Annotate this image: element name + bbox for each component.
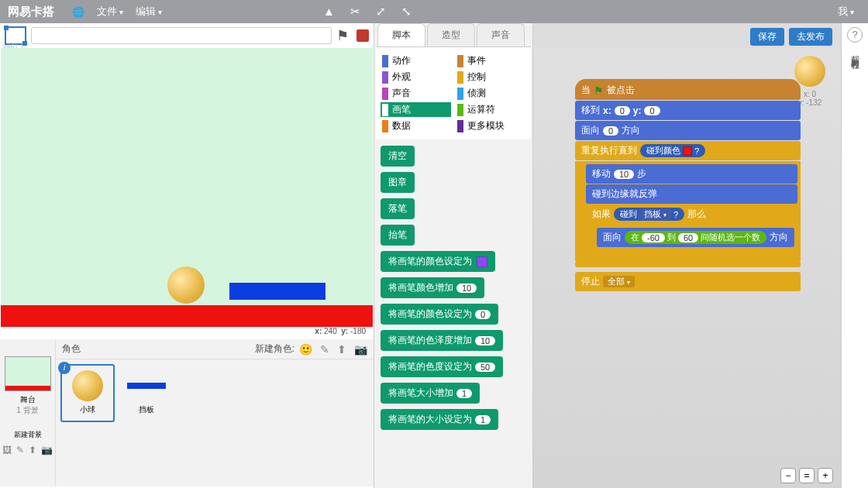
blocks-palette: 清空 图章 落笔 抬笔 将画笔的颜色设定为 将画笔颜色增加10 将画笔的颜色设定… — [376, 139, 531, 476]
top-menu-bar: 网易卡搭 🌐 文件 编辑 ▲ ✂ ⤢ ⤡ 我 — [0, 0, 868, 23]
cat-pen[interactable]: 画笔 — [381, 102, 451, 117]
cat-motion[interactable]: 动作 — [381, 53, 451, 68]
grow-tool-icon[interactable]: ⤢ — [376, 5, 386, 19]
zoom-in-icon[interactable]: + — [818, 468, 833, 483]
block-set-size[interactable]: 将画笔的大小设定为1 — [381, 409, 498, 430]
block-pen-down[interactable]: 落笔 — [381, 198, 415, 219]
flag-icon: ⚑ — [594, 84, 604, 97]
edit-menu[interactable]: 编辑 — [136, 5, 162, 19]
block-when-flag-clicked[interactable]: 当⚑被点击 — [575, 79, 801, 100]
stage-floor — [1, 305, 373, 327]
block-if-end[interactable] — [586, 251, 797, 257]
zoom-out-icon[interactable]: − — [780, 468, 796, 483]
block-change-size[interactable]: 将画笔大小增加1 — [381, 383, 480, 404]
file-menu[interactable]: 文件 — [97, 5, 123, 19]
stage-label: 舞台 — [0, 394, 55, 405]
sprite-upload-icon[interactable]: ⬆ — [337, 343, 346, 356]
cat-data[interactable]: 数据 — [381, 119, 451, 133]
block-point-direction[interactable]: 面向0方向 — [575, 121, 801, 140]
block-move-steps[interactable]: 移动10步 — [586, 164, 797, 184]
publish-button[interactable]: 去发布 — [789, 28, 832, 46]
help-icon[interactable]: ? — [847, 27, 863, 43]
help-panel: ? 帮助与教程 — [841, 23, 868, 488]
block-set-shade[interactable]: 将画笔的色度设定为50 — [381, 356, 503, 377]
green-flag-icon[interactable]: ⚑ — [336, 27, 349, 44]
zoom-reset-icon[interactable]: = — [799, 468, 815, 483]
cat-more[interactable]: 更多模块 — [456, 119, 526, 133]
stop-icon[interactable] — [356, 29, 369, 42]
block-change-shade[interactable]: 将画笔的色泽度增加10 — [381, 330, 503, 351]
sprites-label: 角色 — [62, 342, 255, 356]
block-categories: 动作 事件 外观 控制 声音 侦测 画笔 运算符 数据 更多模块 — [376, 46, 531, 139]
block-stop[interactable]: 停止全部 — [575, 272, 801, 291]
cat-sound[interactable]: 声音 — [381, 86, 451, 101]
block-repeat-end[interactable] — [575, 261, 801, 267]
save-button[interactable]: 保存 — [750, 28, 784, 46]
stage-canvas[interactable] — [1, 48, 373, 327]
block-point-random[interactable]: 面向 在-60到60间随机选一个数 方向 — [597, 228, 794, 247]
shrink-tool-icon[interactable]: ⤡ — [401, 5, 412, 19]
stage-ball-sprite[interactable] — [167, 266, 205, 304]
sprite-paint-icon[interactable]: ✎ — [320, 343, 329, 356]
paddle-icon — [127, 383, 166, 389]
block-set-pen-color[interactable]: 将画笔的颜色设定为 — [381, 251, 495, 272]
backdrop-paint-icon[interactable]: ✎ — [16, 445, 24, 455]
tab-sounds[interactable]: 声音 — [477, 23, 525, 46]
cat-operators[interactable]: 运算符 — [456, 102, 526, 117]
tab-scripts[interactable]: 脚本 — [377, 23, 425, 46]
help-label[interactable]: 帮助与教程 — [849, 49, 861, 57]
mouse-coords: x: 240 y: -180 — [0, 327, 374, 339]
script-workspace[interactable]: x: 0 y: -132 当⚑被点击 移到 x:0 y:0 面向0方向 重复执行… — [533, 48, 841, 488]
block-pen-up[interactable]: 抬笔 — [381, 225, 415, 246]
cat-sensing[interactable]: 侦测 — [456, 86, 526, 101]
account-menu[interactable]: 我 — [838, 5, 854, 19]
backdrop-library-icon[interactable]: 🖼 — [2, 445, 12, 455]
cat-control[interactable]: 控制 — [456, 70, 526, 84]
tab-costumes[interactable]: 造型 — [427, 23, 475, 46]
block-repeat-until[interactable]: 重复执行直到 碰到颜色? — [575, 141, 801, 160]
project-title-input[interactable] — [31, 27, 332, 44]
ball-icon — [72, 370, 103, 401]
block-goto-xy[interactable]: 移到 x:0 y:0 — [575, 101, 801, 120]
block-stamp[interactable]: 图章 — [381, 172, 415, 193]
stamp-tool-icon[interactable]: ▲ — [323, 5, 335, 19]
backdrop-camera-icon[interactable]: 📷 — [41, 445, 53, 455]
block-change-pen-color[interactable]: 将画笔颜色增加10 — [381, 277, 484, 298]
script-stack[interactable]: 当⚑被点击 移到 x:0 y:0 面向0方向 重复执行直到 碰到颜色? 移动10… — [575, 79, 801, 292]
sprite-info-icon[interactable]: i — [58, 362, 71, 374]
sprite-thumb-ball[interactable]: i 小球 — [60, 364, 115, 422]
sprite-library-icon[interactable]: 🙂 — [299, 343, 312, 356]
backdrop-upload-icon[interactable]: ⬆ — [29, 445, 36, 455]
new-backdrop-label: 新建背景 — [0, 430, 55, 440]
block-if[interactable]: 如果 碰到挡板? 那么 — [586, 204, 797, 224]
backdrop-count: 1 背景 — [0, 405, 55, 416]
brand-logo: 网易卡搭 — [8, 5, 54, 19]
block-clear[interactable]: 清空 — [381, 146, 415, 167]
backdrop-panel: 舞台 1 背景 新建背景 🖼 ✎ ⬆ 📷 — [0, 339, 56, 486]
stage-paddle-sprite[interactable] — [229, 283, 326, 300]
backdrop-thumb[interactable] — [5, 356, 51, 391]
sprite-camera-icon[interactable]: 📷 — [354, 343, 367, 356]
new-sprite-label: 新建角色: — [255, 342, 294, 356]
cut-tool-icon[interactable]: ✂ — [350, 5, 360, 19]
globe-icon[interactable]: 🌐 — [72, 6, 84, 18]
block-bounce-edge[interactable]: 碰到边缘就反弹 — [586, 184, 797, 204]
block-set-pen-color-num[interactable]: 将画笔的颜色设定为0 — [381, 304, 498, 325]
sprite-thumb-paddle[interactable]: 挡板 — [119, 364, 174, 422]
cat-events[interactable]: 事件 — [456, 53, 526, 68]
cat-looks[interactable]: 外观 — [381, 70, 451, 84]
stage-header: ⚑ — [0, 23, 374, 48]
